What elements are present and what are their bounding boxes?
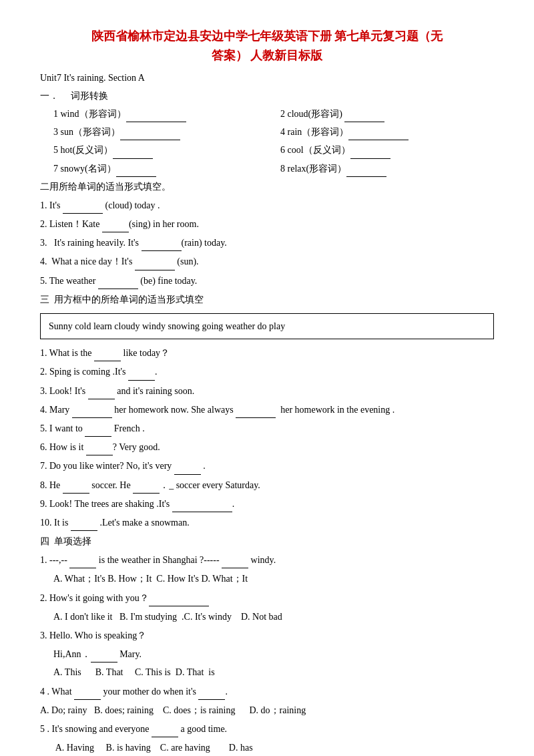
subtitle: Unit7 It's raining. Section A xyxy=(40,69,494,86)
page-title: 陕西省榆林市定边县安边中学七年级英语下册 第七单元复习题（无 答案） 人教新目标… xyxy=(40,27,494,65)
section4-items: 1. ---,-- is the weather in Shanghai ?--… xyxy=(40,552,494,756)
section4-header: 四 单项选择 xyxy=(40,533,494,550)
section3-items: 1. What is the like today？ 2. Sping is c… xyxy=(40,345,494,531)
section2-items: 1. It's (cloud) today . 2. Listen！Kate (… xyxy=(40,197,494,289)
word-box: Sunny cold learn cloudy windy snowing go… xyxy=(40,313,494,339)
section1-header: 一． 词形转换 xyxy=(40,87,494,104)
q4-options: A. Do; rainy B. does; raining C. does；is… xyxy=(40,702,494,719)
page-container: 陕西省榆林市定边县安边中学七年级英语下册 第七单元复习题（无 答案） 人教新目标… xyxy=(40,27,494,756)
section2-intro: 二用所给单词的适当形式填空。 xyxy=(40,178,494,195)
section1-content: 1 wind（形容词） 2 cloud(形容词) 3 sun（形容词） 4 ra… xyxy=(53,106,494,177)
section3-intro: 三 用方框中的所给单词的适当形式填空 xyxy=(40,291,494,308)
